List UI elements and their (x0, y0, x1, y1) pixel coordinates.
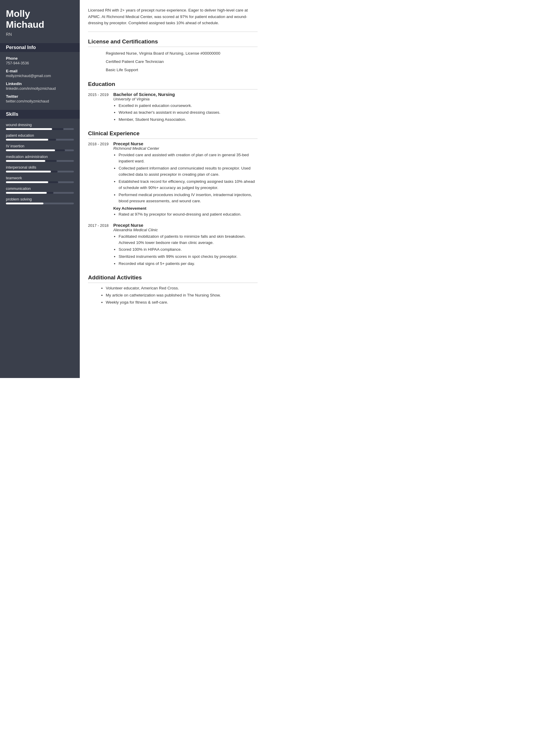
list-item: Rated at 97% by preceptor for wound-dres… (119, 211, 258, 218)
linkedin-label: LinkedIn (6, 82, 74, 86)
education-heading: Education (88, 81, 258, 90)
exp-role: Precept Nurse (113, 223, 258, 228)
personal-info-heading: Personal Info (0, 43, 80, 52)
list-item: Member, Student Nursing Association. (119, 117, 258, 123)
skills-list: wound dressingpatient educationIV insert… (6, 123, 74, 204)
edu-school: University of Virginia (113, 97, 258, 101)
edu-content: Bachelor of Science, NursingUniversity o… (113, 92, 258, 124)
certifications-list: Registered Nurse, Virginia Board of Nurs… (88, 49, 258, 74)
edu-bullets: Excelled in patient education coursework… (113, 103, 258, 123)
additional-section: Additional Activities Volunteer educator… (88, 274, 258, 306)
skill-bar-dark (51, 171, 58, 173)
edu-degree: Bachelor of Science, Nursing (113, 92, 258, 97)
list-item: Weekly yoga for fitness & self-care. (106, 299, 258, 306)
list-item: Recorded vital signs of 5+ patients per … (119, 261, 258, 267)
exp-bullets: Provided care and assisted with creation… (113, 152, 258, 204)
license-heading: License and Certifications (88, 39, 258, 47)
skill-item: IV insertion (6, 144, 74, 151)
list-item: My article on catheterization was publis… (106, 292, 258, 299)
experience-list: 2018 - 2019Precept NurseRichmond Medical… (88, 141, 258, 268)
skill-item: medication administration (6, 155, 74, 162)
additional-heading: Additional Activities (88, 274, 258, 283)
skill-bar-fill (6, 171, 51, 173)
skill-bar-fill (6, 202, 43, 204)
cert-item: Registered Nurse, Virginia Board of Nurs… (88, 49, 258, 58)
skill-name: patient education (6, 133, 74, 138)
full-name: Molly Michaud (6, 8, 74, 30)
twitter-value: twitter.com/mollyzmichaud (6, 99, 74, 103)
skill-name: interpersonal skills (6, 165, 74, 170)
experience-entry: 2017 - 2018Precept NurseAlexandria Medic… (88, 223, 258, 268)
skill-bar-dark (48, 139, 56, 141)
linkedin-value: linkedin.com/in/mollyzmichaud (6, 87, 74, 91)
exp-content: Precept NurseRichmond Medical CenterProv… (113, 141, 258, 218)
skill-bar-fill (6, 160, 45, 162)
exp-content: Precept NurseAlexandria Medical ClinicFa… (113, 223, 258, 268)
skill-bar-bg (6, 149, 74, 151)
key-achievement-label: Key Achievement (113, 206, 258, 210)
license-section: License and Certifications Registered Nu… (88, 39, 258, 74)
skill-bar-fill (6, 149, 55, 151)
list-item: Volunteer educator, American Red Cross. (106, 285, 258, 291)
skill-item: wound dressing (6, 123, 74, 130)
list-item: Excelled in patient education coursework… (119, 103, 258, 109)
exp-bullets: Facilitated mobilization of patients to … (113, 233, 258, 267)
exp-dates: 2017 - 2018 (88, 223, 108, 268)
skill-name: communication (6, 187, 74, 191)
job-title: RN (6, 32, 74, 37)
exp-org: Alexandria Medical Clinic (113, 228, 258, 232)
list-item: Provided care and assisted with creation… (119, 152, 258, 165)
sidebar: Molly Michaud RN Personal Info Phone 757… (0, 0, 80, 378)
phone-label: Phone (6, 56, 74, 61)
skill-bar-fill (6, 139, 48, 141)
skill-bar-dark (55, 149, 65, 151)
email-value: mollyzmichaud@gmail.com (6, 74, 74, 78)
skills-section: Skills wound dressingpatient educationIV… (6, 110, 74, 204)
list-item: Established track record for efficiency,… (119, 179, 258, 191)
skill-bar-bg (6, 202, 74, 204)
skill-name: wound dressing (6, 123, 74, 127)
skill-bar-fill (6, 128, 52, 130)
list-item: Facilitated mobilization of patients to … (119, 233, 258, 246)
skill-item: problem solving (6, 197, 74, 204)
education-section: Education 2015 - 2019Bachelor of Science… (88, 81, 258, 124)
clinical-section: Clinical Experience 2018 - 2019Precept N… (88, 130, 258, 268)
edu-dates: 2015 - 2019 (88, 92, 108, 124)
list-item: Performed medical procedures including I… (119, 192, 258, 204)
clinical-heading: Clinical Experience (88, 130, 258, 139)
skill-name: teamwork (6, 176, 74, 180)
education-entry: 2015 - 2019Bachelor of Science, NursingU… (88, 92, 258, 124)
email-label: E-mail (6, 69, 74, 73)
experience-entry: 2018 - 2019Precept NurseRichmond Medical… (88, 141, 258, 218)
skill-bar-bg (6, 192, 74, 194)
skill-bar-bg (6, 128, 74, 130)
skill-bar-dark (48, 181, 59, 183)
skill-item: communication (6, 187, 74, 194)
list-item: Collected patient information and commun… (119, 165, 258, 178)
skill-item: interpersonal skills (6, 165, 74, 173)
skill-bar-bg (6, 139, 74, 141)
skill-name: IV insertion (6, 144, 74, 148)
summary-text: Licensed RN with 2+ years of precept nur… (88, 7, 258, 32)
list-item: Scored 100% in HIPAA compliance. (119, 247, 258, 253)
phone-value: 757-944-3536 (6, 61, 74, 65)
skill-bar-fill (6, 181, 48, 183)
list-item: Sterilized instruments with 99% scores i… (119, 254, 258, 260)
cert-item: Certified Patient Care Technician (88, 58, 258, 66)
skill-bar-dark (47, 192, 53, 194)
education-list: 2015 - 2019Bachelor of Science, NursingU… (88, 92, 258, 124)
key-achievement-list: Rated at 97% by preceptor for wound-dres… (113, 211, 258, 218)
skill-name: problem solving (6, 197, 74, 202)
skill-item: patient education (6, 133, 74, 141)
main-content: Licensed RN with 2+ years of precept nur… (80, 0, 266, 378)
skill-item: teamwork (6, 176, 74, 183)
skill-bar-bg (6, 160, 74, 162)
skill-bar-dark (45, 160, 57, 162)
cert-item: Basic Life Support (88, 66, 258, 74)
additional-list: Volunteer educator, American Red Cross.M… (88, 285, 258, 306)
exp-role: Precept Nurse (113, 141, 258, 146)
skill-name: medication administration (6, 155, 74, 159)
skills-heading: Skills (0, 110, 80, 119)
skill-bar-bg (6, 171, 74, 173)
skill-bar-bg (6, 181, 74, 183)
